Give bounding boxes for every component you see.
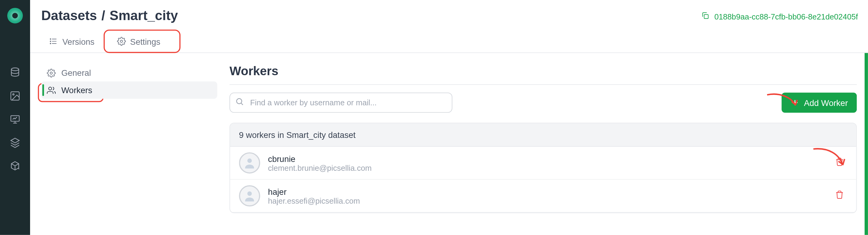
search-icon — [235, 97, 244, 108]
sidebar-item-general-label: General — [61, 68, 91, 78]
svg-point-7 — [50, 43, 51, 44]
svg-point-6 — [50, 41, 51, 42]
worker-username: hajer — [268, 187, 360, 196]
avatar — [239, 152, 260, 174]
plus-icon — [790, 98, 799, 107]
svg-point-5 — [50, 38, 51, 39]
settings-sidebar: General Workers — [30, 53, 228, 99]
sidebar-item-general[interactable]: General — [41, 64, 217, 82]
breadcrumb-current: Smart_city — [110, 8, 178, 23]
trash-icon — [835, 157, 844, 166]
package-icon[interactable] — [9, 161, 21, 172]
svg-point-9 — [50, 72, 52, 74]
database-icon[interactable] — [9, 67, 21, 78]
delete-worker-button[interactable] — [832, 187, 847, 205]
svg-point-10 — [49, 87, 52, 90]
layers-icon[interactable] — [9, 137, 21, 149]
presentation-icon[interactable] — [9, 114, 21, 125]
worker-email: clement.brunie@picsellia.com — [268, 163, 372, 172]
delete-worker-button[interactable] — [832, 154, 847, 172]
tab-settings[interactable]: Settings — [109, 32, 168, 50]
svg-point-0 — [11, 68, 19, 71]
worker-row: hajer hajer.essefi@picsellia.com — [230, 180, 856, 212]
tab-settings-label: Settings — [130, 36, 160, 46]
tab-versions[interactable]: Versions — [41, 32, 102, 50]
trash-icon — [835, 190, 844, 199]
svg-point-2 — [13, 94, 14, 95]
worker-username: cbrunie — [268, 154, 372, 163]
uuid-copy[interactable]: 0188b9aa-cc88-7cfb-bb06-8e21de02405f — [701, 11, 858, 22]
svg-point-12 — [247, 159, 252, 163]
breadcrumb-sep: / — [101, 8, 105, 23]
breadcrumb-root[interactable]: Datasets — [41, 8, 97, 23]
worker-row: cbrunie clement.brunie@picsellia.com — [230, 147, 856, 180]
worker-email: hajer.essefi@picsellia.com — [268, 196, 360, 205]
add-worker-label: Add Worker — [804, 98, 848, 107]
sidebar-item-workers-label: Workers — [61, 85, 92, 95]
copy-icon — [701, 11, 710, 22]
add-worker-button[interactable]: Add Worker — [782, 93, 857, 113]
scroll-indicator[interactable] — [865, 53, 868, 235]
sidebar-item-workers[interactable]: Workers — [41, 82, 217, 99]
svg-point-11 — [237, 99, 242, 104]
svg-point-13 — [247, 191, 252, 196]
image-icon[interactable] — [9, 90, 21, 102]
app-logo[interactable] — [7, 8, 23, 23]
main-content: Workers Add Worker 9 workers in Smart_ci… — [229, 53, 862, 235]
svg-point-8 — [120, 40, 122, 42]
svg-rect-4 — [705, 15, 708, 19]
search-input[interactable] — [229, 93, 452, 113]
search-wrapper — [229, 93, 452, 113]
page-title: Workers — [229, 64, 857, 85]
workers-panel: 9 workers in Smart_city dataset cbrunie … — [229, 123, 857, 213]
uuid-text: 0188b9aa-cc88-7cfb-bb06-8e21de02405f — [715, 12, 858, 21]
avatar — [239, 185, 260, 207]
tabs: Versions Settings — [41, 30, 168, 52]
nav-rail — [0, 0, 30, 235]
page-header: Datasets / Smart_city 0188b9aa-cc88-7cfb… — [30, 0, 868, 53]
workers-list-header: 9 workers in Smart_city dataset — [230, 123, 856, 147]
tab-versions-label: Versions — [62, 36, 94, 46]
